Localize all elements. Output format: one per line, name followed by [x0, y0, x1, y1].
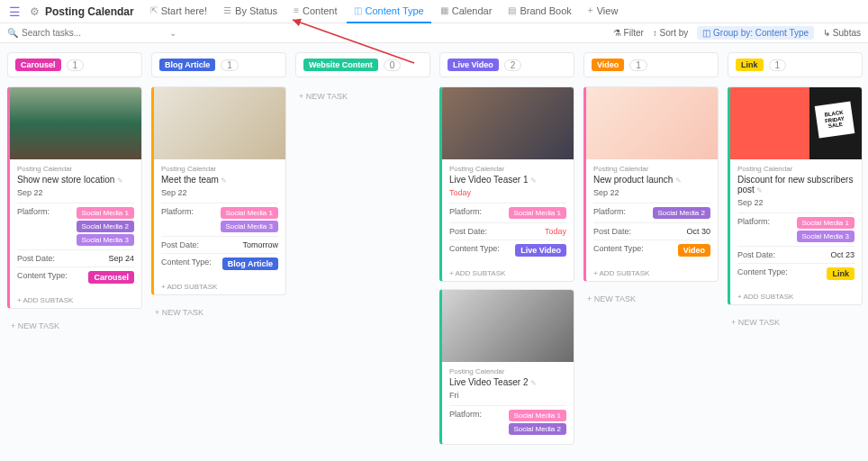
- column-header[interactable]: Carousel 1: [7, 52, 142, 77]
- start-icon: ⇱: [150, 5, 158, 15]
- field-label-contenttype: Content Type:: [593, 244, 644, 253]
- column-header[interactable]: Website Content 0: [295, 52, 430, 77]
- field-label-platform: Platform:: [17, 207, 50, 216]
- column-website: Website Content 0 + NEW TASK: [295, 52, 430, 452]
- content-type-pill: Link: [827, 267, 854, 280]
- card-title: Discount for new subscribers post: [737, 175, 854, 194]
- field-val-postdate: Today: [545, 227, 566, 236]
- tab-label: Calendar: [452, 5, 493, 16]
- group-by-button[interactable]: ◫ Group by: Content Type: [697, 26, 814, 40]
- tab-label: Start here!: [161, 5, 207, 16]
- pill-sm2: Social Media 2: [509, 423, 566, 435]
- column-header[interactable]: Video 1: [583, 52, 719, 77]
- column-tag: Live Video: [448, 59, 499, 71]
- card-image: [442, 290, 574, 362]
- add-subtask[interactable]: + ADD SUBTASK: [586, 266, 718, 281]
- pill-sm2: Social Media 2: [653, 207, 710, 219]
- new-task[interactable]: + NEW TASK: [7, 316, 142, 336]
- filter-button[interactable]: ⚗ Filter: [613, 28, 644, 38]
- platform-pills: Social Media 1Social Media 2: [509, 410, 566, 435]
- field-label-postdate: Post Date:: [161, 240, 199, 249]
- add-subtask[interactable]: + ADD SUBTASK: [730, 289, 862, 304]
- column-count: 1: [629, 59, 647, 71]
- column-livevideo: Live Video 2 Posting Calendar Live Video…: [439, 52, 574, 452]
- column-header[interactable]: Blog Article 1: [151, 52, 286, 77]
- pill-sm3: Social Media 3: [221, 221, 278, 232]
- platform-pills: Social Media 1Social Media 3: [221, 207, 278, 232]
- tab-label: Brand Book: [520, 5, 571, 16]
- status-icon: ☰: [223, 5, 231, 15]
- tab-brand-book[interactable]: ▤Brand Book: [501, 0, 578, 23]
- card-live-teaser-1[interactable]: Posting Calendar Live Video Teaser 1 Tod…: [439, 86, 574, 282]
- breadcrumb: Posting Calendar: [449, 165, 566, 173]
- pill-sm1: Social Media 1: [509, 207, 566, 219]
- column-tag: Carousel: [15, 59, 61, 71]
- column-link: Link 1 Posting Calendar Discount for new…: [728, 52, 863, 452]
- tab-add-view[interactable]: +View: [581, 0, 626, 23]
- add-subtask[interactable]: + ADD SUBTASK: [154, 279, 285, 294]
- column-video: Video 1 Posting Calendar New product lau…: [583, 52, 719, 452]
- sort-button[interactable]: ↕ Sort by: [653, 28, 688, 38]
- card-image: [442, 87, 574, 159]
- pill-sm1: Social Media 1: [797, 217, 854, 229]
- column-tag: Link: [736, 59, 764, 71]
- tab-content[interactable]: ≡Content: [286, 0, 344, 23]
- column-carousel: Carousel 1 Posting Calendar Show new sto…: [7, 52, 142, 452]
- pill-sm2: Social Media 2: [77, 221, 134, 232]
- field-val-postdate: Sep 24: [108, 254, 134, 263]
- card-discount-post[interactable]: Posting Calendar Discount for new subscr…: [728, 86, 863, 305]
- card-date: Today: [449, 188, 566, 197]
- new-task[interactable]: + NEW TASK: [151, 303, 286, 322]
- breadcrumb: Posting Calendar: [449, 367, 566, 375]
- card-date: Sep 22: [737, 198, 854, 207]
- pill-sm1: Social Media 1: [221, 207, 278, 219]
- add-subtask[interactable]: + ADD SUBTASK: [442, 266, 574, 281]
- field-label-platform: Platform:: [449, 410, 482, 419]
- card-image: [10, 87, 141, 159]
- pill-sm1: Social Media 1: [509, 410, 566, 421]
- tab-label: Content: [303, 5, 338, 16]
- chevron-down-icon[interactable]: ⌄: [169, 28, 176, 38]
- column-header[interactable]: Link 1: [728, 52, 863, 77]
- field-label-postdate: Post Date:: [593, 227, 631, 236]
- card-date: Sep 22: [17, 188, 134, 197]
- card-store-location[interactable]: Posting Calendar Show new store location…: [7, 86, 142, 309]
- field-label-platform: Platform:: [593, 207, 626, 216]
- card-date: Sep 22: [593, 188, 710, 197]
- column-header[interactable]: Live Video 2: [439, 52, 574, 77]
- breadcrumb: Posting Calendar: [17, 165, 134, 173]
- new-task[interactable]: + NEW TASK: [295, 86, 430, 106]
- field-label-contenttype: Content Type:: [737, 267, 788, 276]
- new-task[interactable]: + NEW TASK: [583, 289, 719, 309]
- calendar-icon: ▦: [440, 5, 448, 15]
- menu-icon[interactable]: ☰: [5, 5, 24, 19]
- field-label-postdate: Post Date:: [449, 227, 487, 236]
- card-meet-team[interactable]: Posting Calendar Meet the team Sep 22 Pl…: [151, 86, 286, 295]
- new-task[interactable]: + NEW TASK: [728, 312, 863, 332]
- column-count: 1: [67, 59, 85, 71]
- field-label-platform: Platform:: [737, 217, 770, 226]
- content-type-pill: Blog Article: [222, 258, 278, 270]
- card-image: [586, 87, 718, 159]
- card-product-launch[interactable]: Posting Calendar New product launch Sep …: [583, 86, 719, 282]
- column-tag: Video: [592, 59, 624, 71]
- topbar: ☰ ⚙ Posting Calendar ⇱Start here! ☰By St…: [0, 0, 868, 23]
- add-subtask[interactable]: + ADD SUBTASK: [10, 293, 141, 308]
- content-type-pill: Carousel: [88, 271, 134, 284]
- tab-start-here[interactable]: ⇱Start here!: [143, 0, 214, 23]
- pill-sm1: Social Media 1: [77, 207, 134, 219]
- field-label-platform: Platform:: [161, 207, 194, 216]
- card-title: Live Video Teaser 2: [449, 377, 566, 387]
- breadcrumb: Posting Calendar: [161, 165, 278, 173]
- card-live-teaser-2[interactable]: Posting Calendar Live Video Teaser 2 Fri…: [439, 289, 574, 445]
- tab-calendar[interactable]: ▦Calendar: [433, 0, 500, 23]
- tab-content-type[interactable]: ◫Content Type: [347, 0, 431, 23]
- tab-by-status[interactable]: ☰By Status: [216, 0, 285, 23]
- tab-label: Content Type: [366, 5, 424, 16]
- field-label-contenttype: Content Type:: [449, 244, 500, 253]
- search-input[interactable]: [22, 28, 112, 38]
- gear-icon[interactable]: ⚙: [26, 5, 43, 18]
- card-image: [730, 87, 862, 159]
- subtask-toggle[interactable]: ↳ Subtas: [823, 28, 861, 38]
- breadcrumb: Posting Calendar: [737, 165, 854, 173]
